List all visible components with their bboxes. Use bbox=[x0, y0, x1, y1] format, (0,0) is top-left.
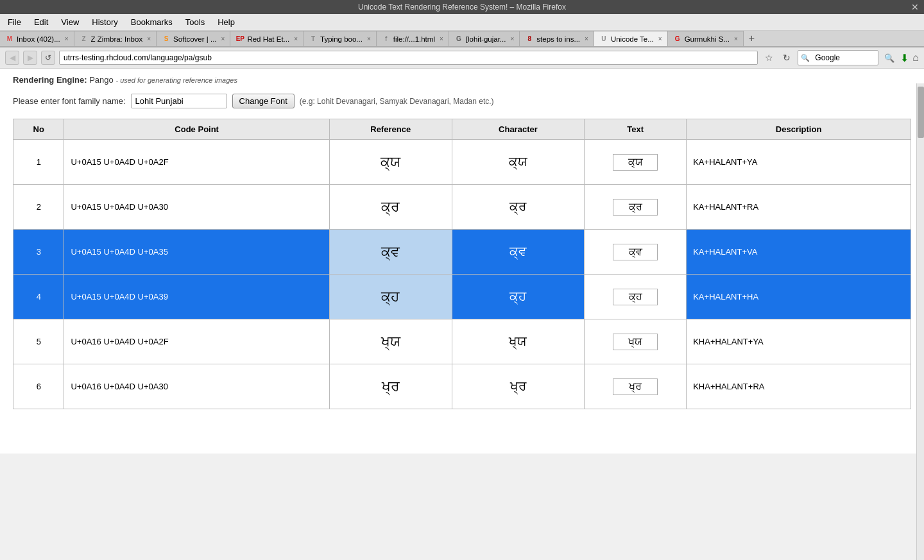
font-example-text: (e.g: Lohit Devanagari, Samyak Devanagar… bbox=[300, 97, 494, 106]
reload-icon[interactable]: ↻ bbox=[780, 51, 794, 65]
back-button[interactable]: ◀ bbox=[5, 51, 19, 65]
table-row: 4U+0A15 U+0A4D U+0A39ਕ੍ਹਕ੍ਹKA+HALANT+HA bbox=[13, 275, 911, 319]
table-row: 6U+0A16 U+0A4D U+0A30ਖ੍ਰਖ੍ਰKHA+HALANT+RA bbox=[13, 364, 911, 409]
font-input-row: Please enter font family name: Change Fo… bbox=[13, 94, 911, 108]
scrollbar-thumb[interactable] bbox=[918, 87, 924, 138]
cell-codepoint-5: U+0A16 U+0A4D U+0A30 bbox=[64, 364, 329, 409]
rendering-engine-name: Pango bbox=[89, 75, 114, 85]
title-bar: Unicode Text Rendering Reference System!… bbox=[0, 0, 924, 14]
tab-label-tab7: [lohit-gujar... bbox=[466, 35, 506, 43]
cell-codepoint-4: U+0A16 U+0A4D U+0A2F bbox=[64, 319, 329, 364]
menu-edit[interactable]: Edit bbox=[31, 16, 51, 28]
scrollbar[interactable] bbox=[916, 83, 924, 454]
search-input[interactable] bbox=[811, 51, 875, 64]
tab-label-tab9: Unicode Te... bbox=[611, 35, 654, 43]
cell-no-4: 5 bbox=[13, 319, 64, 364]
text-input-4[interactable] bbox=[613, 334, 658, 350]
font-family-input[interactable] bbox=[131, 94, 227, 108]
text-input-0[interactable] bbox=[613, 154, 658, 171]
window-close-button[interactable]: ✕ bbox=[911, 2, 919, 12]
reload-button[interactable]: ↺ bbox=[41, 51, 55, 65]
tab-close-tab1[interactable]: × bbox=[65, 35, 69, 42]
new-tab-button[interactable]: + bbox=[744, 31, 760, 46]
cell-codepoint-1: U+0A15 U+0A4D U+0A30 bbox=[64, 185, 329, 230]
cell-codepoint-3: U+0A15 U+0A4D U+0A39 bbox=[64, 275, 329, 319]
tab-favicon-tab4: EP bbox=[235, 35, 244, 44]
cell-no-3: 4 bbox=[13, 275, 64, 319]
browser-tab-tab3[interactable]: SSoftcover | ...× bbox=[157, 31, 230, 46]
cell-character-5: ਖ੍ਰ bbox=[452, 364, 585, 409]
tab-label-tab6: file://...1.html bbox=[393, 35, 435, 43]
download-button[interactable]: ⬇ bbox=[900, 52, 909, 64]
tab-label-tab5: Typing boo... bbox=[320, 35, 363, 43]
cell-description-0: KA+HALANT+YA bbox=[687, 140, 911, 185]
browser-tab-tab7[interactable]: G[lohit-gujar...× bbox=[449, 31, 520, 46]
tab-favicon-tab5: T bbox=[309, 35, 318, 44]
search-engine-icon: 🔍 bbox=[801, 54, 810, 62]
col-header-description: Description bbox=[687, 119, 911, 140]
tab-label-tab1: Inbox (402)... bbox=[17, 35, 60, 43]
table-header-row: No Code Point Reference Character Text D… bbox=[13, 119, 911, 140]
browser-tab-tab6[interactable]: ffile://...1.html× bbox=[377, 31, 449, 46]
browser-tab-tab10[interactable]: GGurmukhi S...× bbox=[668, 31, 744, 46]
tab-favicon-tab2: Z bbox=[80, 35, 89, 44]
table-row: 1U+0A15 U+0A4D U+0A2Fਕ੍ਯਕ੍ਯKA+HALANT+YA bbox=[13, 140, 911, 185]
text-input-1[interactable] bbox=[613, 199, 658, 216]
browser-tab-tab4[interactable]: EPRed Hat Et...× bbox=[230, 31, 304, 46]
change-font-button[interactable]: Change Font bbox=[232, 94, 295, 108]
cell-reference-2: ਕ੍ਵ bbox=[329, 230, 452, 275]
cell-reference-0: ਕ੍ਯ bbox=[329, 140, 452, 185]
cell-character-4: ਖ੍ਯ bbox=[452, 319, 585, 364]
tab-close-tab10[interactable]: × bbox=[734, 35, 738, 42]
cell-text-1 bbox=[585, 185, 687, 230]
forward-button[interactable]: ▶ bbox=[23, 51, 37, 65]
cell-text-2 bbox=[585, 230, 687, 275]
tab-bar: MInbox (402)...×ZZ Zimbra: Inbox×SSoftco… bbox=[0, 31, 924, 47]
text-input-2[interactable] bbox=[613, 244, 658, 260]
window-title: Unicode Text Rendering Reference System!… bbox=[358, 3, 566, 12]
col-header-reference: Reference bbox=[329, 119, 452, 140]
font-input-label: Please enter font family name: bbox=[13, 96, 126, 106]
tab-close-tab9[interactable]: × bbox=[658, 35, 662, 42]
menu-history[interactable]: History bbox=[89, 16, 120, 28]
cell-description-3: KA+HALANT+HA bbox=[687, 275, 911, 319]
menu-file[interactable]: File bbox=[5, 16, 24, 28]
address-bar: ◀ ▶ ↺ ☆ ↻ 🔍 🔍 ⬇ ⌂ bbox=[0, 47, 924, 69]
browser-tab-tab9[interactable]: UUnicode Te...× bbox=[594, 31, 668, 47]
tab-close-tab2[interactable]: × bbox=[147, 35, 151, 42]
browser-tab-tab2[interactable]: ZZ Zimbra: Inbox× bbox=[74, 31, 157, 46]
cell-description-5: KHA+HALANT+RA bbox=[687, 364, 911, 409]
cell-description-1: KA+HALANT+RA bbox=[687, 185, 911, 230]
tab-close-tab4[interactable]: × bbox=[294, 35, 298, 42]
url-input[interactable] bbox=[59, 51, 758, 65]
browser-tab-tab1[interactable]: MInbox (402)...× bbox=[0, 31, 74, 46]
tab-close-tab3[interactable]: × bbox=[221, 35, 225, 42]
cell-description-2: KA+HALANT+VA bbox=[687, 230, 911, 275]
tab-close-tab7[interactable]: × bbox=[510, 35, 514, 42]
menu-tools[interactable]: Tools bbox=[183, 16, 207, 28]
search-submit-button[interactable]: 🔍 bbox=[882, 51, 896, 65]
tab-close-tab5[interactable]: × bbox=[367, 35, 371, 42]
cell-text-5 bbox=[585, 364, 687, 409]
cell-reference-3: ਕ੍ਹ bbox=[329, 275, 452, 319]
cell-codepoint-0: U+0A15 U+0A4D U+0A2F bbox=[64, 140, 329, 185]
browser-tab-tab8[interactable]: 8steps to ins...× bbox=[520, 31, 594, 46]
browser-tab-tab5[interactable]: TTyping boo...× bbox=[304, 31, 377, 46]
search-bar-container: 🔍 bbox=[798, 50, 878, 65]
menu-bookmarks[interactable]: Bookmarks bbox=[128, 16, 175, 28]
cell-character-0: ਕ੍ਯ bbox=[452, 140, 585, 185]
menu-view[interactable]: View bbox=[58, 16, 81, 28]
menu-help[interactable]: Help bbox=[215, 16, 237, 28]
text-input-5[interactable] bbox=[613, 378, 658, 395]
cell-text-0 bbox=[585, 140, 687, 185]
col-header-text: Text bbox=[585, 119, 687, 140]
text-input-3[interactable] bbox=[613, 289, 658, 305]
tab-favicon-tab8: 8 bbox=[525, 35, 534, 44]
tab-close-tab6[interactable]: × bbox=[440, 35, 443, 42]
home-button[interactable]: ⌂ bbox=[912, 52, 919, 64]
menu-bar: File Edit View History Bookmarks Tools H… bbox=[0, 14, 924, 31]
tab-close-tab8[interactable]: × bbox=[585, 35, 588, 42]
tab-favicon-tab9: U bbox=[599, 35, 608, 44]
bookmark-star-button[interactable]: ☆ bbox=[762, 51, 776, 65]
cell-character-3: ਕ੍ਹ bbox=[452, 275, 585, 319]
